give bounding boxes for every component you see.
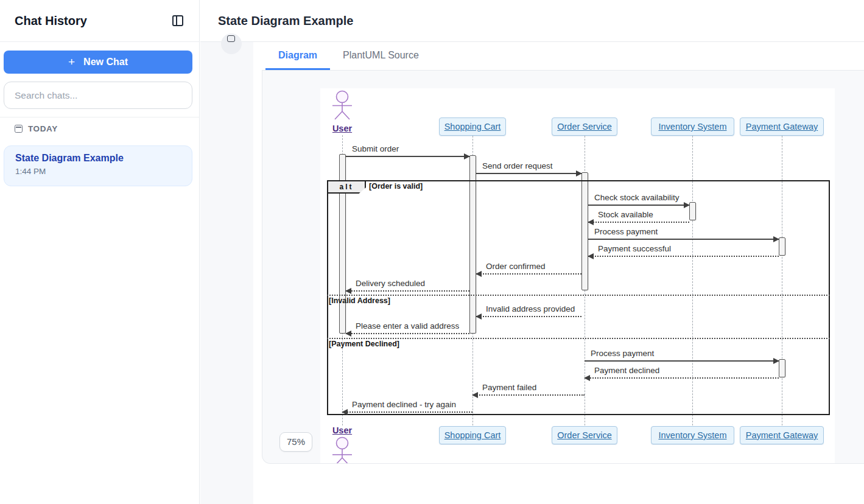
actor-figure-bottom: [329, 436, 356, 464]
main-header: State Diagram Example: [200, 0, 864, 42]
clipboard-button[interactable]: [221, 33, 242, 54]
actor-figure-top: [329, 90, 356, 124]
chat-item-time: 1:44 PM: [15, 167, 181, 176]
message-order-confirmed: Order confirmed: [476, 262, 581, 275]
page-title: State Diagram Example: [218, 14, 353, 28]
message-delivery-scheduled: Delivery scheduled: [346, 279, 469, 292]
message-please-enter-valid-address: Please enter a valid address: [346, 321, 469, 334]
search-input[interactable]: [4, 82, 192, 109]
section-header-today: TODAY: [15, 124, 58, 133]
participant-order-service-bottom[interactable]: Order Service: [552, 426, 617, 444]
sidebar: Chat History + New Chat TODAY State Diag…: [0, 0, 200, 504]
chat-panel-strip: [200, 42, 253, 504]
sidebar-toggle-button[interactable]: [171, 14, 184, 27]
participant-shopping-cart-top[interactable]: Shopping Cart: [439, 117, 506, 136]
message-check-stock-availability: Check stock availability: [588, 193, 689, 206]
actor-label-user-top[interactable]: User: [320, 124, 364, 133]
chat-list-item[interactable]: State Diagram Example 1:44 PM: [4, 145, 192, 186]
tab-diagram[interactable]: Diagram: [265, 42, 330, 70]
guard-payment-declined: [Payment Declined]: [329, 340, 399, 348]
message-payment-successful: Payment successful: [588, 244, 779, 257]
message-invalid-address-provided: Invalid address provided: [476, 304, 581, 317]
participant-inventory-system-top[interactable]: Inventory System: [651, 117, 734, 136]
diagram-panel: Diagram PlantUML Source 75% User Shoppin…: [253, 42, 864, 504]
panel-toggle-icon: [172, 15, 183, 26]
participant-order-service-top[interactable]: Order Service: [552, 117, 617, 136]
diagram-surface: User Shopping Cart Order Service Invento…: [320, 88, 835, 464]
zoom-level-badge: 75%: [279, 432, 312, 452]
tab-bar: Diagram PlantUML Source: [253, 42, 864, 70]
clipboard-icon: [227, 35, 235, 42]
participant-payment-gateway-top[interactable]: Payment Gateway: [740, 117, 824, 136]
guard-order-is-valid: [Order is valid]: [369, 182, 423, 191]
chat-item-title: State Diagram Example: [15, 153, 181, 164]
message-payment-failed: Payment failed: [472, 383, 585, 396]
guard-invalid-address: [Invalid Address]: [329, 296, 390, 305]
message-process-payment-1: Process payment: [588, 227, 779, 240]
plus-icon: +: [68, 55, 75, 69]
tab-plantuml-source[interactable]: PlantUML Source: [330, 42, 432, 70]
alt-operator-label: alt: [327, 180, 366, 194]
participant-payment-gateway-bottom[interactable]: Payment Gateway: [740, 426, 824, 444]
sidebar-title: Chat History: [15, 14, 87, 28]
message-send-order-request: Send order request: [476, 161, 581, 174]
participant-inventory-system-bottom[interactable]: Inventory System: [651, 426, 734, 444]
alt-divider-1: [327, 295, 830, 296]
message-stock-available: Stock available: [588, 210, 689, 223]
diagram-card: 75% User Shopping Cart Order Service Inv…: [262, 70, 864, 464]
alt-divider-2: [327, 338, 830, 339]
new-chat-label: New Chat: [83, 57, 128, 68]
message-submit-order: Submit order: [346, 144, 469, 157]
message-process-payment-2: Process payment: [585, 349, 779, 362]
message-payment-declined: Payment declined: [585, 366, 779, 379]
section-label: TODAY: [28, 124, 58, 133]
new-chat-button[interactable]: + New Chat: [4, 51, 192, 74]
alt-fragment-frame: alt: [327, 180, 830, 415]
actor-label-user-bottom[interactable]: User: [320, 425, 364, 435]
calendar-icon: [15, 125, 23, 133]
sidebar-divider: [0, 117, 200, 117]
message-payment-declined-try-again: Payment declined - try again: [342, 400, 472, 413]
participant-shopping-cart-bottom[interactable]: Shopping Cart: [439, 426, 506, 444]
sidebar-header: Chat History: [0, 0, 199, 42]
